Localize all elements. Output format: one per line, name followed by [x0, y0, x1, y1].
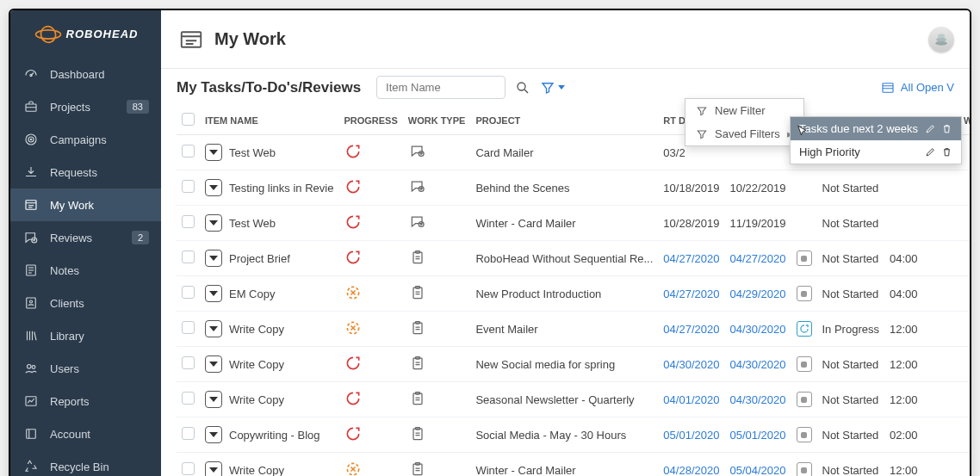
status-text: In Progress [817, 312, 884, 347]
due-date[interactable]: 04/30/2020 [724, 347, 791, 382]
expand-button[interactable] [205, 391, 222, 408]
row-checkbox[interactable] [182, 215, 195, 228]
expand-button[interactable] [205, 214, 222, 232]
progress-icon [344, 142, 363, 161]
start-date[interactable]: 04/01/2020 [658, 382, 724, 417]
start-date[interactable]: 04/30/2020 [658, 347, 724, 382]
expand-button[interactable] [205, 285, 222, 302]
search-icon[interactable] [514, 79, 531, 96]
due-date[interactable]: 05/04/2020 [724, 453, 791, 477]
progress-icon [344, 213, 363, 232]
item-name: Test Web [229, 146, 276, 159]
sidebar-item-dashboard[interactable]: Dashboard [10, 58, 161, 90]
expand-button[interactable] [205, 426, 222, 443]
due-date[interactable]: 05/01/2020 [724, 417, 791, 453]
col-header[interactable]: PROJECT [470, 106, 658, 135]
status-text: Not Started [817, 453, 884, 477]
expand-button[interactable] [205, 144, 222, 161]
status-not-started-icon [797, 427, 812, 442]
sidebar-item-label: Users [50, 362, 79, 375]
new-filter-item[interactable]: New Filter [685, 99, 803, 122]
saved-filter-high-priority[interactable]: High Priority [791, 140, 961, 164]
row-checkbox[interactable] [182, 321, 195, 334]
sidebar-item-projects[interactable]: Projects83 [10, 90, 161, 123]
row-checkbox[interactable] [182, 462, 195, 475]
edit-icon[interactable] [925, 146, 936, 158]
sidebar-item-label: Reports [50, 395, 90, 408]
saved-filter-tasks-due-next-2-weeks[interactable]: Tasks due next 2 weeks [791, 117, 961, 140]
toolbar: My Tasks/To-Do's/Reviews New Filter Save… [161, 69, 970, 106]
sidebar-item-reports[interactable]: Reports [10, 385, 161, 417]
select-all-checkbox[interactable] [182, 113, 195, 126]
sidebar-item-label: Notes [50, 264, 79, 277]
edit-icon[interactable] [925, 123, 936, 134]
col-header[interactable]: ITEM NAME [200, 106, 338, 135]
table-row[interactable]: Write CopyNew Social media for spring04/… [177, 347, 970, 382]
due-date[interactable]: 04/27/2020 [724, 241, 791, 276]
col-header[interactable] [177, 106, 200, 135]
expand-button[interactable] [205, 320, 222, 337]
row-checkbox[interactable] [182, 356, 195, 369]
row-checkbox[interactable] [182, 180, 195, 193]
start-date[interactable]: 04/28/2020 [658, 453, 724, 477]
svg-rect-51 [413, 287, 422, 299]
expand-button[interactable] [205, 250, 222, 267]
sidebar-item-library[interactable]: Library [10, 319, 161, 352]
start-date[interactable]: 05/01/2020 [658, 417, 724, 453]
row-checkbox[interactable] [182, 427, 195, 440]
start-date[interactable]: 04/27/2020 [658, 276, 724, 312]
project-name: Seasonal Newsletter - Quarterly [470, 382, 658, 417]
svg-point-36 [518, 83, 525, 90]
table-row[interactable]: Testing links in RevieBehind the Scenes1… [177, 170, 970, 206]
table-row[interactable]: Write CopyWinter - Card Mailer04/28/2020… [177, 453, 970, 477]
svg-rect-38 [883, 83, 893, 92]
sidebar-item-notes[interactable]: Notes [10, 254, 161, 287]
search-input[interactable] [376, 76, 506, 99]
status-text: Not Started [817, 382, 884, 417]
sidebar-item-users[interactable]: Users [10, 352, 161, 385]
due-date[interactable]: 04/29/2020 [724, 276, 791, 312]
table-row[interactable]: Write CopyEvent Mailer04/27/202004/30/20… [177, 312, 970, 347]
saved-filters-item[interactable]: Saved Filters ▸ [685, 122, 803, 145]
due-date[interactable]: 04/30/2020 [724, 312, 791, 347]
due-date[interactable]: 04/30/2020 [724, 382, 791, 417]
user-avatar[interactable] [928, 27, 954, 53]
svg-point-25 [32, 366, 35, 369]
table-row[interactable]: Write CopySeasonal Newsletter - Quarterl… [177, 382, 970, 417]
start-date[interactable]: 04/27/2020 [658, 312, 724, 347]
sidebar-item-clients[interactable]: Clients [10, 287, 161, 319]
row-checkbox[interactable] [182, 145, 195, 158]
table-row[interactable]: Project BriefRoboHead Without Sequential… [177, 241, 970, 276]
delete-icon[interactable] [941, 146, 952, 158]
sidebar-item-label: Library [50, 330, 84, 343]
start-date[interactable]: 04/27/2020 [658, 241, 724, 276]
sidebar-item-account[interactable]: Account [10, 417, 161, 450]
svg-point-35 [938, 34, 945, 38]
sidebar-item-recycle-bin[interactable]: Recycle Bin [10, 450, 161, 476]
row-checkbox[interactable] [182, 392, 195, 405]
col-header[interactable]: WORK TYPE [403, 106, 471, 135]
filter-button[interactable] [540, 80, 565, 96]
table-row[interactable]: Test WebWinter - Card Mailer10/28/201911… [177, 206, 970, 241]
row-checkbox[interactable] [182, 286, 195, 299]
sidebar-item-my-work[interactable]: My Work [10, 189, 161, 221]
progress-icon [344, 424, 363, 443]
project-name: Social Media - May - 30 Hours [470, 417, 658, 453]
table-row[interactable]: Copywriting - BlogSocial Media - May - 3… [177, 417, 970, 453]
expand-button[interactable] [205, 355, 222, 373]
table-row[interactable]: EM CopyNew Product Introduction04/27/202… [177, 276, 970, 312]
sidebar-item-campaigns[interactable]: Campaigns [10, 123, 161, 156]
sidebar-item-label: My Work [50, 199, 94, 212]
row-checkbox[interactable] [182, 250, 195, 263]
est-hours: 04:00 [884, 276, 936, 312]
sidebar-item-requests[interactable]: Requests [10, 156, 161, 189]
expand-button[interactable] [205, 461, 222, 476]
status-text: Not Started [817, 347, 884, 382]
expand-button[interactable] [205, 179, 222, 196]
svg-rect-44 [413, 252, 422, 263]
work-type-icon [408, 283, 427, 302]
delete-icon[interactable] [941, 123, 952, 134]
view-selector[interactable]: All Open V [880, 80, 954, 96]
sidebar-item-reviews[interactable]: Reviews2 [10, 221, 161, 254]
col-header[interactable]: PROGRESS [338, 106, 402, 135]
